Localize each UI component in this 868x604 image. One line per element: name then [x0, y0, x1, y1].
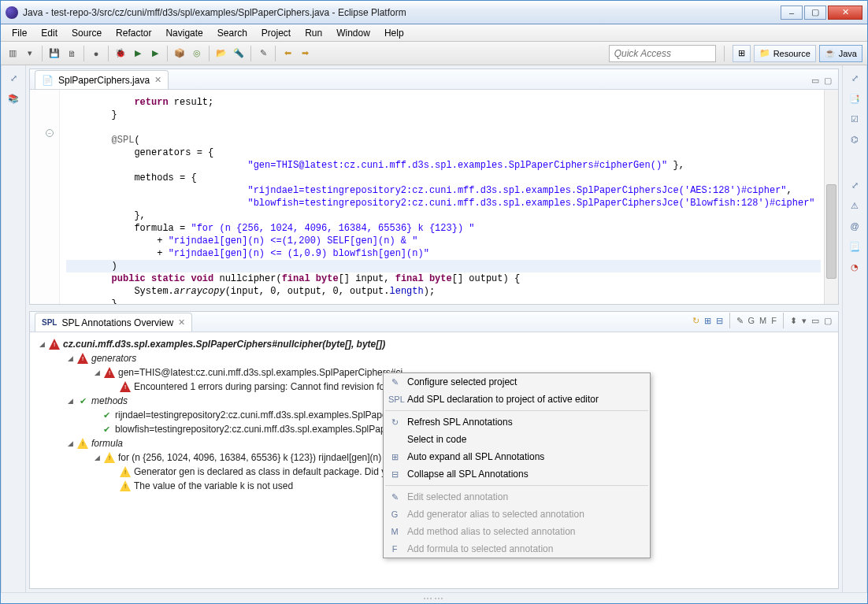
- tool-g[interactable]: G: [748, 316, 755, 325]
- problems-icon[interactable]: ⚠: [848, 199, 861, 212]
- tree-gen-error[interactable]: Encountered 1 errors during parsing: Can…: [134, 381, 395, 392]
- separator: [209, 46, 210, 61]
- tree-meth2[interactable]: blowfish=testingrepository2:cz.cuni.mff.…: [115, 424, 394, 435]
- pkg-explorer-icon[interactable]: 📚: [7, 92, 20, 105]
- menu-edit[interactable]: Edit: [35, 26, 64, 40]
- tree-generators[interactable]: generators: [91, 353, 136, 364]
- newclass-icon[interactable]: ◎: [190, 46, 204, 61]
- context-menu-item: GAdd generator alias to selected annotat…: [384, 506, 650, 523]
- spl-tab[interactable]: SPL SPL Annotations Overview ✕: [35, 313, 192, 332]
- menu-search[interactable]: Search: [211, 26, 254, 40]
- fwd-icon[interactable]: ➡: [298, 46, 312, 61]
- status-bar: ⋯⋯: [1, 592, 867, 603]
- code-area[interactable]: return result; } @SPL( generators = { "g…: [60, 90, 824, 304]
- new-icon[interactable]: ▥: [6, 46, 20, 61]
- tree-methods[interactable]: methods: [91, 395, 128, 406]
- menu-icon[interactable]: ▾: [802, 316, 807, 326]
- context-menu-item[interactable]: ⊞Auto expand all SPL Annotations: [384, 448, 650, 465]
- menu-window[interactable]: Window: [330, 26, 377, 40]
- close-icon[interactable]: ✕: [154, 75, 161, 85]
- restore-icon[interactable]: ⤢: [7, 72, 20, 84]
- menu-item-icon: F: [388, 544, 401, 554]
- restore-icon[interactable]: ⤢: [848, 179, 861, 191]
- close-icon[interactable]: ✕: [178, 317, 185, 328]
- search-icon[interactable]: 🔦: [232, 46, 246, 61]
- refresh-icon[interactable]: ↻: [692, 316, 699, 326]
- context-menu-item[interactable]: Select in code: [384, 431, 650, 448]
- misc-icon[interactable]: ◔: [848, 261, 861, 273]
- outline-icon[interactable]: 📑: [848, 92, 861, 105]
- tool-f[interactable]: F: [771, 316, 777, 325]
- menu-item-icon: ⊞: [388, 452, 401, 462]
- link-icon[interactable]: ⬍: [790, 316, 797, 326]
- menu-run[interactable]: Run: [299, 26, 328, 40]
- open-perspective-button[interactable]: ⊞: [733, 45, 751, 62]
- annot-icon[interactable]: ✎: [256, 46, 270, 61]
- hierarchy-icon[interactable]: ⌬: [848, 133, 861, 146]
- build-icon[interactable]: ●: [89, 46, 103, 61]
- editor-tab[interactable]: 📄 SplPaperCiphers.java ✕: [35, 70, 169, 89]
- twisty-icon[interactable]: ◢: [38, 340, 46, 348]
- context-menu-item[interactable]: ⊟Collapse all SPL Annotations: [384, 465, 650, 483]
- tree-formula-expr[interactable]: for (n {256, 1024, 4096, 16384, 65536} k…: [118, 452, 406, 463]
- tree-formula[interactable]: formula: [91, 438, 123, 449]
- menu-navigate[interactable]: Navigate: [159, 26, 209, 40]
- context-menu-item[interactable]: ↻Refresh SPL Annotations: [384, 413, 650, 431]
- tree-gen-item[interactable]: gen=THIS@latest:cz.cuni.mff.d3s.spl.exam…: [118, 367, 402, 378]
- context-menu-item[interactable]: ✎Configure selected project: [384, 373, 650, 391]
- edit-icon[interactable]: ✎: [736, 316, 744, 326]
- maximize-button[interactable]: ▢: [804, 6, 826, 20]
- run-icon[interactable]: ▶: [131, 46, 145, 61]
- menu-item-label: Add generator alias to selected annotati…: [407, 509, 584, 520]
- save-icon[interactable]: 💾: [47, 46, 61, 61]
- dropdown-icon[interactable]: ▾: [23, 46, 37, 61]
- minimize-view-icon[interactable]: ▭: [811, 316, 819, 326]
- editor-scrollbar[interactable]: [824, 90, 838, 304]
- tool-m[interactable]: M: [759, 316, 766, 325]
- minimize-view-icon[interactable]: ▭: [811, 76, 819, 86]
- restore-icon[interactable]: ⤢: [848, 72, 861, 84]
- fold-icon[interactable]: –: [46, 129, 54, 137]
- twisty-icon[interactable]: ◢: [93, 454, 101, 461]
- editor-gutter: –: [30, 90, 60, 304]
- context-menu-item[interactable]: SPLAdd SPL declaration to project of act…: [384, 391, 650, 408]
- twisty-icon[interactable]: ◢: [66, 354, 74, 362]
- twisty-icon[interactable]: ◢: [93, 369, 101, 376]
- menu-refactor[interactable]: Refactor: [109, 26, 158, 40]
- runext-icon[interactable]: ▶: [148, 46, 162, 61]
- warn-icon: !: [120, 480, 131, 491]
- open-icon[interactable]: 📂: [214, 46, 228, 61]
- close-button[interactable]: ✕: [828, 6, 862, 20]
- tree-root[interactable]: cz.cuni.mff.d3s.spl.examples.SplPaperCip…: [63, 339, 385, 350]
- menu-bar: File Edit Source Refactor Navigate Searc…: [1, 24, 867, 42]
- declaration-icon[interactable]: 📃: [848, 240, 861, 253]
- quick-access-input[interactable]: [609, 45, 716, 62]
- twisty-icon[interactable]: ◢: [66, 397, 74, 405]
- saveall-icon[interactable]: 🗎: [65, 46, 79, 61]
- code-editor[interactable]: – return result; } @SPL( generators = { …: [30, 90, 838, 304]
- menu-source[interactable]: Source: [65, 26, 108, 40]
- minimize-button[interactable]: –: [781, 6, 803, 20]
- scroll-thumb[interactable]: [826, 184, 836, 279]
- tree-meth1[interactable]: rijndael=testingrepository2:cz.cuni.mff.…: [115, 409, 397, 421]
- tasks-icon[interactable]: ☑: [848, 113, 861, 125]
- context-menu-item: MAdd method alias to selected annotation: [384, 523, 650, 540]
- expand-icon[interactable]: ⊞: [704, 316, 711, 326]
- maximize-view-icon[interactable]: ▢: [824, 316, 832, 326]
- perspective-java[interactable]: ☕Java: [819, 45, 862, 62]
- newpkg-icon[interactable]: 📦: [172, 46, 187, 61]
- perspective-resource[interactable]: 📁Resource: [754, 45, 816, 62]
- debug-icon[interactable]: 🐞: [113, 46, 128, 61]
- back-icon[interactable]: ⬅: [280, 46, 295, 61]
- tree-formula-w1[interactable]: Generator gen is declared as class in de…: [134, 466, 405, 477]
- menu-item-label: Collapse all SPL Annotations: [407, 469, 529, 480]
- maximize-view-icon[interactable]: ▢: [824, 76, 832, 86]
- tree-formula-w2[interactable]: The value of the variable k is not used: [134, 480, 293, 491]
- menu-help[interactable]: Help: [378, 26, 410, 40]
- javadoc-icon[interactable]: @: [848, 220, 861, 232]
- twisty-icon[interactable]: ◢: [66, 439, 74, 447]
- collapse-icon[interactable]: ⊟: [716, 316, 723, 326]
- menu-file[interactable]: File: [6, 26, 33, 40]
- menu-project[interactable]: Project: [255, 26, 297, 40]
- separator: [42, 46, 43, 61]
